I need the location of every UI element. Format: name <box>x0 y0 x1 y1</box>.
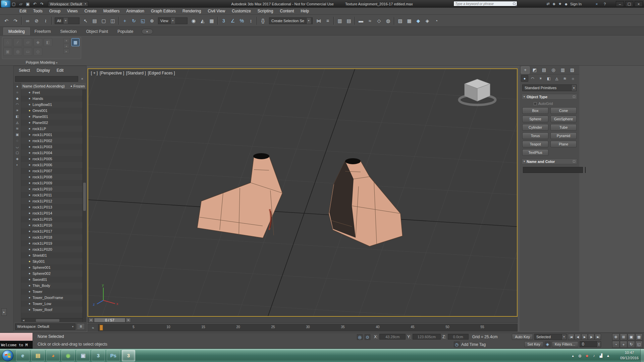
object-name[interactable]: rock1LP019 <box>33 241 52 245</box>
panel-options-icon[interactable]: ▸ <box>63 49 69 54</box>
taskbar-ie-icon[interactable]: e <box>16 350 30 361</box>
object-name[interactable]: rock1LP001 <box>33 133 52 137</box>
help-icon[interactable]: ? <box>602 1 608 7</box>
current-frame-field[interactable]: 0 ▴ ▾ <box>580 341 601 347</box>
viewcube[interactable] <box>459 79 495 105</box>
layer-explorer-toggle-icon[interactable]: ▤ <box>344 16 353 25</box>
time-slider[interactable]: < 0 / 57 > <box>88 317 518 323</box>
menu-item[interactable]: Modifiers <box>100 8 123 15</box>
spinner-snap-icon[interactable]: ↕ <box>247 16 255 25</box>
geometry-category-icon[interactable]: ● <box>521 75 528 82</box>
object-name[interactable]: rock1LP012 <box>33 199 52 203</box>
scene-object-row[interactable]: ● Tower <box>21 289 86 295</box>
tray-antivirus-icon[interactable]: ◆ <box>585 354 589 358</box>
object-name[interactable]: rock1LP009 <box>33 181 52 185</box>
spacewarps-category-icon[interactable]: ≋ <box>561 75 569 82</box>
taskbar-explorer-icon[interactable]: ▤ <box>31 350 45 361</box>
select-by-name-icon[interactable]: ▤ <box>90 16 99 25</box>
object-name[interactable]: rock1LP014 <box>33 211 52 215</box>
display-helpers-icon[interactable]: ◬ <box>14 120 20 125</box>
scene-object-row[interactable]: ● rock1LP016 <box>21 222 86 228</box>
selection-filter-dropdown[interactable]: All ▾ <box>55 17 79 24</box>
object-name[interactable]: Tower <box>33 290 42 294</box>
display-containers-icon[interactable]: ▢ <box>14 150 20 156</box>
taskbar-firefox-icon[interactable]: ◕ <box>46 350 60 361</box>
border-mode-icon[interactable]: ▱ <box>23 38 32 46</box>
help-search-box[interactable] <box>453 1 517 6</box>
x-coordinate-field[interactable]: 43.28cm <box>379 334 406 340</box>
scene-explorer-vertical-scrollbar[interactable] <box>83 89 86 322</box>
selection-region-icon[interactable]: ▢ <box>99 16 108 25</box>
scene-object-row[interactable]: ● rock1LP002 <box>21 138 86 144</box>
workspace-dropdown[interactable]: Workspace: Default ▾ <box>48 1 88 7</box>
named-selection-sets-dropdown[interactable]: Create Selection Se ▾ <box>269 17 313 24</box>
zoom-icon[interactable]: ⊕ <box>612 334 620 341</box>
menu-item[interactable]: Views <box>64 8 81 15</box>
object-name[interactable]: Sky001 <box>33 259 45 263</box>
object-name[interactable]: rock1LP017 <box>33 229 52 233</box>
edit-named-sets-icon[interactable]: {} <box>259 16 267 25</box>
object-name[interactable]: Sphere002 <box>33 272 51 276</box>
primitive-button[interactable]: Plane <box>550 141 577 147</box>
object-color-swatch[interactable] <box>585 167 586 173</box>
helpers-category-icon[interactable]: ◬ <box>553 75 560 82</box>
taskbar-photoshop-icon[interactable]: Ps <box>107 350 120 361</box>
search-icon[interactable] <box>513 2 516 5</box>
time-slider-handle[interactable]: 0 / 57 <box>94 318 125 322</box>
z-coordinate-field[interactable]: 0.0cm <box>448 334 469 340</box>
select-object-icon[interactable]: ↖ <box>81 16 90 25</box>
scene-object-row[interactable]: ● Hands <box>21 96 86 102</box>
modify-mode-icon[interactable]: ▦ <box>71 38 79 46</box>
separator[interactable] <box>21 17 22 25</box>
display-lights-icon[interactable]: ☀ <box>14 108 20 113</box>
key-mode-toggle-icon[interactable]: ◈ <box>545 342 550 347</box>
previous-frame-button[interactable]: < <box>89 318 94 322</box>
display-tab-icon[interactable]: ▥ <box>558 66 567 74</box>
object-name[interactable]: rock1LP016 <box>33 223 52 227</box>
orbit-icon[interactable]: ↻ <box>628 341 635 348</box>
separator[interactable] <box>217 17 218 25</box>
scene-object-row[interactable]: ● Feet <box>21 89 86 96</box>
object-name[interactable]: rock1LP011 <box>33 193 52 197</box>
object-name[interactable]: rock1LP007 <box>33 169 52 173</box>
unlink-selection-icon[interactable]: ⊘ <box>32 16 41 25</box>
object-type-rollout[interactable]: ▾ Object Type <box>522 94 577 100</box>
next-frame-button[interactable]: > <box>126 318 131 322</box>
primitives-dropdown[interactable]: Standard Primitives ▾ <box>522 84 577 91</box>
hierarchy-tab-icon[interactable]: ▤ <box>540 66 548 74</box>
object-name[interactable]: Hands <box>33 97 43 101</box>
soft-selection-icon[interactable]: ◇ <box>34 48 42 56</box>
foot-mesh-right[interactable] <box>329 158 402 246</box>
primitive-button[interactable]: Tube <box>550 124 577 131</box>
flyout-arrow-button[interactable]: ▸ <box>1 308 7 316</box>
panel-expand-icon[interactable]: ▴ <box>63 44 69 48</box>
ribbon-tab[interactable]: Modeling <box>3 27 30 35</box>
play-icon[interactable]: ▶ <box>581 334 588 340</box>
create-tab-icon[interactable]: + <box>521 66 530 74</box>
shapes-category-icon[interactable]: ◠ <box>529 75 536 82</box>
mirror-icon[interactable]: ⋈ <box>314 16 323 25</box>
object-name[interactable]: Sphere001 <box>33 265 51 269</box>
tray-volume-icon[interactable]: ♪ <box>592 354 596 358</box>
vertex-mode-icon[interactable]: ∴ <box>3 38 12 46</box>
scene-object-row[interactable]: ● Tower_Low <box>21 301 86 307</box>
undo-icon[interactable]: ↶ <box>2 16 11 25</box>
select-and-manipulate-icon[interactable]: ◭ <box>198 16 207 25</box>
zoom-extents-all-icon[interactable]: ▦ <box>635 334 643 341</box>
snaps-toggle-icon[interactable]: 3 <box>219 16 228 25</box>
undo-small-icon[interactable]: ↶ <box>32 1 38 7</box>
lights-category-icon[interactable]: ☀ <box>537 75 544 82</box>
object-name[interactable]: rock1LP004 <box>33 151 52 155</box>
primitive-button[interactable]: TextPlus <box>522 149 548 156</box>
layer-manager-icon[interactable]: ≡ <box>77 323 85 330</box>
object-name[interactable]: rock1LP <box>33 127 46 131</box>
separator[interactable] <box>118 17 119 25</box>
key-filters-button[interactable]: Key Filters... <box>552 341 578 347</box>
scene-object-row[interactable]: ● rock1LP009 <box>21 180 86 186</box>
display-groups-icon[interactable]: ▣ <box>14 132 20 137</box>
frame-spinner-arrows[interactable]: ▴ ▾ <box>597 342 601 347</box>
primitive-button[interactable]: Teapot <box>522 141 548 147</box>
preview-subobj-icon[interactable]: ▣ <box>3 48 12 56</box>
object-name[interactable]: Plane001 <box>33 115 48 119</box>
modify-tab-icon[interactable]: ◩ <box>530 66 539 74</box>
